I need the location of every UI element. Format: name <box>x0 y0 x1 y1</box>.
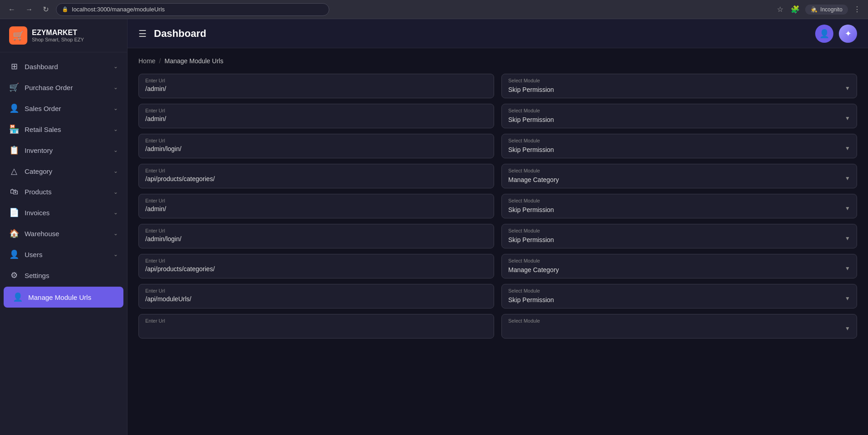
module-row: Enter Url /api/products/categories/ Sele… <box>138 164 857 188</box>
url-field-label: Enter Url <box>145 228 487 233</box>
bookmark-button[interactable]: ☆ <box>775 3 785 15</box>
sidebar-navigation: ⊞ Dashboard ⌄ 🛒 Purchase Order ⌄ 👤 Sales… <box>0 52 127 312</box>
url-field-label: Enter Url <box>145 318 487 324</box>
sidebar-item-label: Sales Order <box>25 105 61 112</box>
url-input-field[interactable]: Enter Url /admin/ <box>138 74 494 98</box>
breadcrumb: Home / Manage Module Urls <box>138 57 857 65</box>
menu-toggle-button[interactable]: ☰ <box>138 28 147 39</box>
chevron-icon: ⌄ <box>113 105 118 111</box>
invoices-icon: 📄 <box>9 207 19 218</box>
module-field-value <box>508 325 850 334</box>
chevron-icon: ⌄ <box>113 126 118 132</box>
chevron-icon: ⌄ <box>113 230 118 237</box>
module-select-field[interactable]: Select Module Manage Category ▼ <box>501 164 857 188</box>
url-input-field[interactable]: Enter Url /api/products/categories/ <box>138 164 494 188</box>
module-field-value: Manage Category <box>508 265 850 273</box>
page-title: Dashboard <box>154 28 206 40</box>
sidebar-logo: 🛒 EZYMARKET Shop Smart, Shop EZY <box>0 19 127 52</box>
module-select-field[interactable]: Select Module Skip Permission ▼ <box>501 74 857 98</box>
module-select-field[interactable]: Select Module Skip Permission ▼ <box>501 134 857 158</box>
module-select-field[interactable]: Select Module Skip Permission ▼ <box>501 224 857 248</box>
sidebar-item-purchase-order[interactable]: 🛒 Purchase Order ⌄ <box>0 77 127 98</box>
sidebar-item-warehouse[interactable]: 🏠 Warehouse ⌄ <box>0 223 127 244</box>
extension-button[interactable]: 🧩 <box>789 3 802 15</box>
sidebar-item-invoices[interactable]: 📄 Invoices ⌄ <box>0 202 127 223</box>
sidebar-item-inventory[interactable]: 📋 Inventory ⌄ <box>0 140 127 161</box>
sidebar-item-label: Settings <box>25 272 49 279</box>
select-arrow-icon: ▼ <box>845 325 850 332</box>
sidebar: 🛒 EZYMARKET Shop Smart, Shop EZY ⊞ Dashb… <box>0 19 128 435</box>
select-arrow-icon: ▼ <box>845 115 850 121</box>
url-input-field[interactable]: Enter Url /api/products/categories/ <box>138 254 494 278</box>
sidebar-item-products[interactable]: 🛍 Products ⌄ <box>0 182 127 202</box>
module-field-label: Select Module <box>508 108 850 113</box>
sidebar-item-label: Purchase Order <box>25 84 73 91</box>
module-select-field[interactable]: Select Module Skip Permission ▼ <box>501 194 857 218</box>
menu-button[interactable]: ⋮ <box>852 3 863 15</box>
module-field-label: Select Module <box>508 78 850 83</box>
address-bar[interactable]: 🔒 localhost:3000/manage/moduleUrls <box>56 3 329 16</box>
purchase-order-icon: 🛒 <box>9 82 19 92</box>
sidebar-item-users[interactable]: 👤 Users ⌄ <box>0 244 127 265</box>
chevron-icon: ⌄ <box>113 209 118 216</box>
module-row: Enter Url /admin/login/ Select Module Sk… <box>138 134 857 158</box>
sidebar-item-label: Category <box>25 167 52 175</box>
category-icon: △ <box>9 166 19 176</box>
url-input-field[interactable]: Enter Url <box>138 314 494 339</box>
url-text: localhost:3000/manage/moduleUrls <box>72 6 165 13</box>
chevron-icon: ⌄ <box>113 251 118 258</box>
logo-icon: 🛒 <box>9 26 27 45</box>
top-header: ☰ Dashboard 👤 ✦ <box>128 19 868 48</box>
sidebar-item-manage-module-urls[interactable]: 👤 Manage Module Urls <box>4 287 123 308</box>
module-row: Enter Url Select Module ▼ <box>138 314 857 339</box>
url-field-value: /api/moduleUrls/ <box>145 295 487 303</box>
module-field-value: Skip Permission <box>508 235 850 243</box>
breadcrumb-current: Manage Module Urls <box>164 57 223 65</box>
url-field-label: Enter Url <box>145 138 487 143</box>
module-select-field[interactable]: Select Module Skip Permission ▼ <box>501 284 857 309</box>
module-select-field[interactable]: Select Module Skip Permission ▼ <box>501 104 857 128</box>
dashboard-icon: ⊞ <box>9 61 19 71</box>
breadcrumb-home[interactable]: Home <box>138 57 155 65</box>
url-input-field[interactable]: Enter Url /admin/ <box>138 194 494 218</box>
sidebar-item-category[interactable]: △ Category ⌄ <box>0 161 127 182</box>
url-input-field[interactable]: Enter Url /admin/login/ <box>138 134 494 158</box>
sidebar-item-label: Invoices <box>25 209 50 217</box>
lock-icon: 🔒 <box>62 6 68 12</box>
sidebar-item-sales-order[interactable]: 👤 Sales Order ⌄ <box>0 98 127 119</box>
back-button[interactable]: ← <box>5 4 18 15</box>
forward-button[interactable]: → <box>23 4 36 15</box>
sparkle-button[interactable]: ✦ <box>839 25 857 43</box>
url-input-field[interactable]: Enter Url /admin/login/ <box>138 224 494 248</box>
incognito-button[interactable]: 🕵 Incognito <box>805 5 848 15</box>
module-select-field[interactable]: Select Module ▼ <box>501 314 857 339</box>
url-input-field[interactable]: Enter Url /api/moduleUrls/ <box>138 284 494 309</box>
retail-sales-icon: 🏪 <box>9 124 19 134</box>
module-field-label: Select Module <box>508 258 850 263</box>
select-arrow-icon: ▼ <box>845 145 850 152</box>
url-field-label: Enter Url <box>145 108 487 113</box>
module-select-field[interactable]: Select Module Manage Category ▼ <box>501 254 857 278</box>
logo-text: EZYMARKET Shop Smart, Shop EZY <box>32 28 84 43</box>
logo-subtitle: Shop Smart, Shop EZY <box>32 37 84 43</box>
user-avatar-button[interactable]: 👤 <box>815 25 833 43</box>
url-field-value: /api/products/categories/ <box>145 175 487 182</box>
module-field-label: Select Module <box>508 318 850 324</box>
logo-title: EZYMARKET <box>32 28 84 37</box>
settings-icon: ⚙ <box>9 270 19 280</box>
module-field-label: Select Module <box>508 288 850 293</box>
sidebar-item-retail-sales[interactable]: 🏪 Retail Sales ⌄ <box>0 119 127 140</box>
manage-module-urls-icon: 👤 <box>13 292 23 302</box>
url-field-value <box>145 325 487 333</box>
url-input-field[interactable]: Enter Url /admin/ <box>138 104 494 128</box>
module-field-value: Skip Permission <box>508 85 850 93</box>
app-container: 🛒 EZYMARKET Shop Smart, Shop EZY ⊞ Dashb… <box>0 19 868 435</box>
select-arrow-icon: ▼ <box>845 295 850 302</box>
module-field-value: Skip Permission <box>508 295 850 303</box>
module-field-label: Select Module <box>508 228 850 233</box>
reload-button[interactable]: ↻ <box>40 3 51 15</box>
sidebar-item-dashboard[interactable]: ⊞ Dashboard ⌄ <box>0 56 127 77</box>
sidebar-item-settings[interactable]: ⚙ Settings <box>0 265 127 286</box>
module-row: Enter Url /api/moduleUrls/ Select Module… <box>138 284 857 309</box>
chevron-icon: ⌄ <box>113 63 118 70</box>
